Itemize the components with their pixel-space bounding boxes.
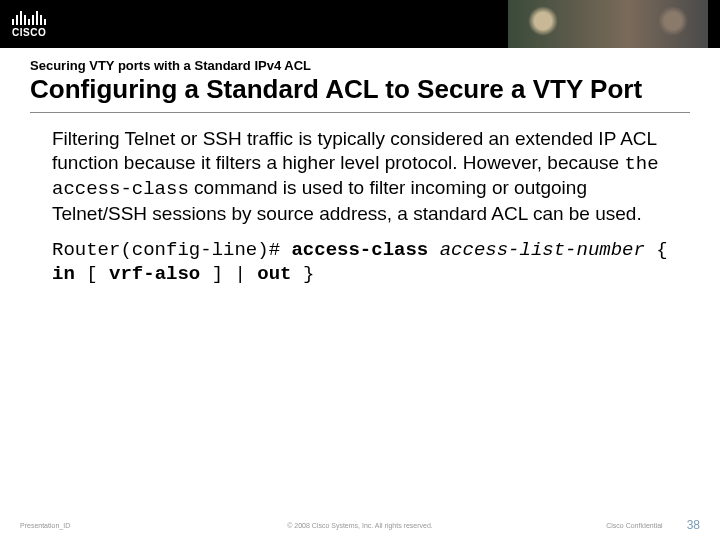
cmd-keyword-access-class: access-class: [291, 239, 439, 261]
cmd-bracket-open: [: [75, 263, 109, 285]
title-rule: [30, 112, 690, 113]
command-block: Router(config-line)# access-class access…: [0, 226, 720, 287]
logo-text: CISCO: [12, 27, 46, 38]
cmd-keyword-vrf-also: vrf-also: [109, 263, 200, 285]
footer-copyright: © 2008 Cisco Systems, Inc. All rights re…: [190, 522, 530, 529]
cmd-arg-acl-number: access-list-number: [440, 239, 645, 261]
body-text-a: Filtering Telnet or SSH traffic is typic…: [52, 128, 656, 173]
cmd-keyword-out: out: [257, 263, 291, 285]
header-photo: [508, 0, 708, 48]
cmd-brace-close: }: [292, 263, 315, 285]
body-paragraph: Filtering Telnet or SSH traffic is typic…: [0, 127, 720, 226]
footer-page-number: 38: [687, 518, 700, 532]
cmd-brace-open: {: [645, 239, 668, 261]
logo-bars-icon: [12, 11, 46, 25]
cisco-logo: CISCO: [12, 11, 46, 38]
cmd-keyword-in: in: [52, 263, 75, 285]
footer-presentation-id: Presentation_ID: [20, 522, 190, 529]
footer-confidential: Cisco Confidential: [606, 522, 662, 529]
title-area: Securing VTY ports with a Standard IPv4 …: [0, 48, 720, 108]
slide-title: Configuring a Standard ACL to Secure a V…: [30, 75, 690, 104]
cmd-prompt: Router(config-line)#: [52, 239, 291, 261]
cmd-pipe: |: [234, 263, 257, 285]
header-bar: CISCO: [0, 0, 720, 48]
slide-subtitle: Securing VTY ports with a Standard IPv4 …: [30, 58, 690, 73]
cmd-bracket-close: ]: [200, 263, 234, 285]
footer: Presentation_ID © 2008 Cisco Systems, In…: [0, 518, 720, 532]
